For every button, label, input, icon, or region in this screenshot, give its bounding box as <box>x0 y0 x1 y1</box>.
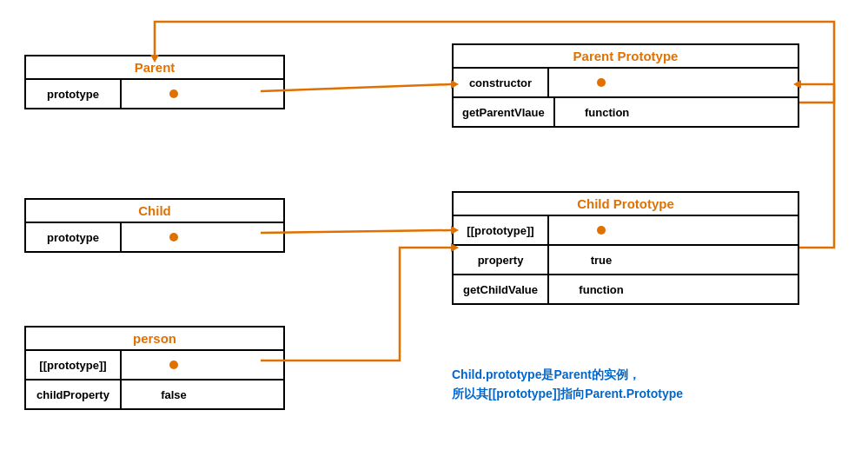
parent-title: Parent <box>26 56 283 80</box>
property-value: true <box>549 246 653 274</box>
childproperty-value: false <box>122 381 226 408</box>
person-proto-label: [[prototype]] <box>26 351 122 379</box>
getparentvlaue-value: function <box>555 98 659 126</box>
note: Child.prototype是Parent的实例， 所以其[[prototyp… <box>452 365 683 404</box>
getparentvlaue-label: getParentVlaue <box>454 98 555 126</box>
child-box: Child prototype <box>24 198 285 253</box>
child-proto-label: [[prototype]] <box>454 216 549 244</box>
parent-prototype-dot <box>169 89 178 98</box>
child-title: Child <box>26 200 283 223</box>
child-prototype-label: prototype <box>26 223 122 251</box>
parent-prototype-box: Parent Prototype constructor getParentVl… <box>452 43 799 128</box>
child-prototype-value <box>122 223 226 251</box>
parent-row-prototype: prototype <box>26 80 283 108</box>
parent-box: Parent prototype <box>24 55 285 109</box>
child-prototype-dot <box>169 233 178 242</box>
child-prototype-row-property: property true <box>454 246 798 275</box>
child-prototype-box: Child Prototype [[prototype]] property t… <box>452 191 799 305</box>
parent-prototype-label: prototype <box>26 80 122 108</box>
note-line1: Child.prototype是Parent的实例， <box>452 365 683 384</box>
child-prototype-row-getchildvalue: getChildValue function <box>454 275 798 303</box>
diagram-container: Parent prototype Parent Prototype constr… <box>0 0 868 450</box>
person-row-proto: [[prototype]] <box>26 351 283 381</box>
getchildvalue-value: function <box>549 275 653 303</box>
childproperty-label: childProperty <box>26 381 122 408</box>
getchildvalue-label: getChildValue <box>454 275 549 303</box>
parent-to-parentproto-line <box>261 84 451 91</box>
constructor-value <box>549 69 653 96</box>
property-label: property <box>454 246 549 274</box>
person-box: person [[prototype]] childProperty false <box>24 326 285 410</box>
person-title: person <box>26 328 283 351</box>
parent-prototype-title: Parent Prototype <box>454 45 798 69</box>
child-proto-dot <box>597 226 606 235</box>
person-proto-value <box>122 351 226 379</box>
childproto-to-parentproto-path <box>799 84 834 248</box>
note-line2: 所以其[[prototype]]指向Parent.Prototype <box>452 384 683 403</box>
person-proto-dot <box>169 361 178 369</box>
child-row-prototype: prototype <box>26 223 283 251</box>
parent-prototype-row-constructor: constructor <box>454 69 798 98</box>
constructor-dot <box>597 78 606 87</box>
child-to-childproto-line <box>261 230 451 233</box>
person-to-childproto-path <box>261 248 451 361</box>
person-row-childproperty: childProperty false <box>26 381 283 408</box>
parent-prototype-value <box>122 80 226 108</box>
child-proto-value <box>549 216 653 244</box>
parent-prototype-row-getparent: getParentVlaue function <box>454 98 798 126</box>
constructor-label: constructor <box>454 69 549 96</box>
child-prototype-title: Child Prototype <box>454 193 798 216</box>
child-prototype-row-proto: [[prototype]] <box>454 216 798 246</box>
